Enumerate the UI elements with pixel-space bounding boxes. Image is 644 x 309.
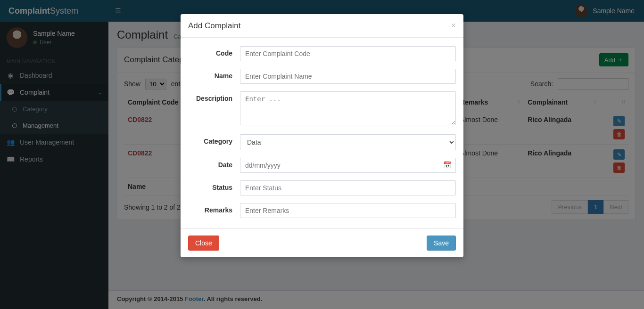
label-category: Category xyxy=(188,134,240,145)
label-status: Status xyxy=(188,180,240,191)
category-select[interactable]: Data xyxy=(240,134,456,150)
modal-footer: Close Save xyxy=(181,228,463,257)
date-input[interactable] xyxy=(240,158,456,173)
status-input[interactable] xyxy=(240,180,456,195)
code-input[interactable] xyxy=(240,46,456,61)
calendar-icon[interactable]: 📅 xyxy=(443,161,451,169)
label-date: Date xyxy=(188,158,240,169)
name-input[interactable] xyxy=(240,69,456,84)
label-code: Code xyxy=(188,46,240,57)
modal-body: Code Name Description Category Data Date… xyxy=(181,38,463,228)
close-icon[interactable]: × xyxy=(451,21,456,31)
save-button[interactable]: Save xyxy=(427,236,456,251)
close-button[interactable]: Close xyxy=(188,236,219,251)
description-input[interactable] xyxy=(240,91,456,125)
add-complaint-modal: Add Complaint × Code Name Description Ca… xyxy=(181,14,463,257)
remarks-input[interactable] xyxy=(240,203,456,218)
label-description: Description xyxy=(188,91,240,102)
label-remarks: Remarks xyxy=(188,203,240,214)
label-name: Name xyxy=(188,69,240,80)
modal-header: Add Complaint × xyxy=(181,14,463,38)
modal-title: Add Complaint xyxy=(188,21,241,31)
